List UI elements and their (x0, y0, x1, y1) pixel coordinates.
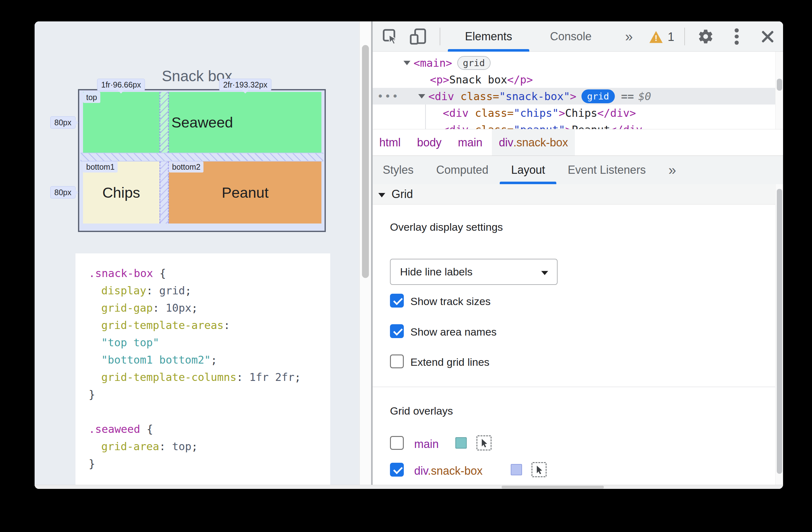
layout-pane-scrollbar-thumb[interactable] (777, 189, 782, 474)
dom-row-chips[interactable]: <div class="chips">Chips</div> (373, 104, 783, 121)
page-vertical-scrollbar[interactable] (360, 22, 371, 489)
dom-row-main[interactable]: <main> grid (373, 54, 783, 71)
console-reference: $0 (638, 90, 651, 103)
grid-row-gap-hatch (81, 153, 323, 162)
label-extend-grid-lines[interactable]: Extend grid lines (410, 356, 489, 368)
settings-gear-icon[interactable] (697, 28, 714, 45)
checkbox-overlay-main[interactable] (390, 436, 404, 450)
code-blank-line (89, 403, 330, 421)
code-line: .seaweed { (89, 421, 330, 438)
devtools-panel: Elements Console » ! 1 (373, 22, 783, 489)
overlay-label-snack-box[interactable]: div.snack-box (414, 464, 482, 478)
dom-tree: <main> grid <p>Snack box</p> ••• <div cl… (373, 52, 783, 129)
overlay-display-settings-title: Overlay display settings (390, 221, 503, 233)
page-title: Snack box (34, 67, 360, 85)
area-label-top: top (83, 92, 100, 103)
area-label-bottom1: bottom1 (83, 162, 118, 172)
section-collapse-icon (378, 193, 385, 197)
grid-column-gap-hatch-bottom (159, 162, 169, 224)
layout-pane-scrollbar[interactable] (775, 184, 783, 485)
disclosure-triangle-icon[interactable] (404, 61, 410, 65)
warning-count: 1 (668, 30, 674, 44)
code-line: } (89, 455, 330, 473)
track-label-column-2: 2fr·193.32px (219, 79, 271, 91)
more-tabs-icon[interactable]: » (620, 22, 638, 52)
section-divider (373, 387, 775, 387)
grid-column-gap-hatch-top (159, 92, 169, 153)
toolbar-divider (440, 28, 440, 45)
dom-row-p[interactable]: <p>Snack box</p> (373, 71, 783, 88)
track-label-row-1: 80px (50, 116, 75, 129)
tab-layout[interactable]: Layout (511, 156, 545, 184)
code-line: grid-area: top; (89, 438, 330, 455)
dom-row-actions-icon[interactable]: ••• (377, 90, 399, 103)
checkbox-extend-grid-lines[interactable] (390, 354, 404, 368)
checkbox-overlay-snack-box[interactable] (390, 463, 404, 477)
code-line: .snack-box { (89, 265, 330, 282)
label-show-track-sizes[interactable]: Show track sizes (410, 295, 491, 308)
browser-window: Snack box Seaweed Chips Peanut 1fr·96.66… (34, 22, 783, 489)
code-line: } (89, 386, 330, 403)
breadcrumb-div-snack-box[interactable]: div.snack-box (492, 129, 575, 156)
css-code-block: .snack-box { display: grid; grid-gap: 10… (75, 253, 330, 485)
grid-badge-active[interactable]: grid (581, 89, 615, 103)
page-scrollbar-thumb[interactable] (362, 45, 369, 278)
dom-indent-guide (425, 104, 426, 129)
tab-computed[interactable]: Computed (436, 156, 489, 184)
dom-row-peanut[interactable]: <div class="peanut">Peanut</div (373, 121, 783, 129)
cell-chips-label: Chips (102, 184, 140, 201)
device-toolbar-icon[interactable] (409, 28, 427, 45)
close-icon[interactable] (761, 30, 774, 43)
dom-scrollbar[interactable] (775, 52, 783, 129)
tab-event-listeners[interactable]: Event Listeners (568, 156, 646, 184)
label-show-area-names[interactable]: Show area names (410, 326, 496, 338)
breadcrumb: html body main div.snack-box (373, 129, 783, 155)
grid-cell-seaweed: Seaweed (83, 92, 321, 153)
checkbox-show-area-names[interactable] (390, 324, 404, 338)
select-element-icon[interactable] (532, 462, 547, 477)
warnings-badge[interactable]: ! 1 (649, 30, 674, 44)
sidebar-pane-tabs: Styles Computed Layout Event Listeners » (373, 155, 783, 184)
dom-row-snack-box-selected[interactable]: ••• <div class="snack-box"> grid == $0 (373, 88, 775, 104)
toolbar-divider (684, 28, 685, 45)
breadcrumb-html[interactable]: html (379, 136, 401, 149)
code-line: "bottom1 bottom2"; (89, 351, 330, 369)
warning-icon: ! (649, 31, 663, 43)
grid-badge[interactable]: grid (457, 56, 491, 70)
code-line: grid-template-areas: (89, 317, 330, 334)
code-line: grid-gap: 10px; (89, 299, 330, 317)
devtools-toolbar: Elements Console » ! 1 (373, 22, 783, 52)
tab-elements[interactable]: Elements (448, 22, 529, 52)
inspect-element-icon[interactable] (382, 28, 398, 45)
tab-styles[interactable]: Styles (383, 156, 414, 184)
cell-peanut-label: Peanut (222, 184, 269, 201)
code-line: display: grid; (89, 282, 330, 299)
horizontal-scrollbar-thumb[interactable] (502, 486, 604, 489)
code-line: grid-template-columns: 1fr 2fr; (89, 369, 330, 386)
select-element-icon[interactable] (476, 435, 492, 450)
page-panel: Snack box Seaweed Chips Peanut 1fr·96.66… (34, 22, 360, 489)
track-label-column-1: 1fr·96.66px (97, 79, 145, 91)
grid-overlays-title: Grid overlays (390, 405, 453, 417)
checkbox-show-track-sizes[interactable] (390, 294, 404, 308)
kebab-menu-icon[interactable] (735, 28, 739, 45)
horizontal-scrollbar[interactable] (34, 485, 783, 489)
dom-scrollbar-thumb[interactable] (777, 79, 782, 91)
line-labels-select[interactable]: Hide line labels (390, 259, 557, 285)
area-label-bottom2: bottom2 (169, 162, 203, 172)
overlay-color-swatch-main[interactable] (455, 437, 467, 449)
breadcrumb-main[interactable]: main (458, 136, 482, 149)
overlay-color-swatch-snack-box[interactable] (511, 464, 522, 475)
tab-console[interactable]: Console (542, 22, 599, 52)
cell-seaweed-label: Seaweed (171, 114, 233, 131)
track-label-row-2: 80px (50, 186, 75, 199)
more-panes-icon[interactable]: » (668, 156, 676, 184)
grid-section-header[interactable]: Grid (373, 184, 783, 205)
overlay-label-main[interactable]: main (414, 437, 439, 451)
disclosure-triangle-icon[interactable] (418, 94, 425, 99)
code-line: "top top" (89, 334, 330, 351)
layout-pane: Overlay display settings Hide line label… (373, 205, 783, 485)
breadcrumb-body[interactable]: body (417, 136, 441, 149)
